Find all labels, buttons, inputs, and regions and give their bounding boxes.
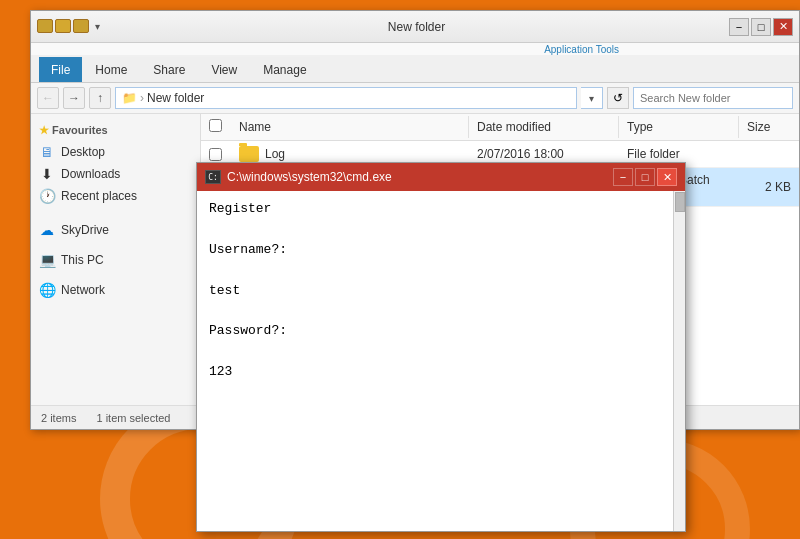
favourites-section: ★ Favourites 🖥 Desktop ⬇ Downloads 🕐 Rec… (31, 120, 200, 207)
sidebar-item-recent[interactable]: 🕐 Recent places (31, 185, 200, 207)
ribbon-tab-share[interactable]: Share (140, 57, 198, 82)
selected-count: 1 item selected (96, 412, 170, 424)
explorer-maximize-button[interactable]: □ (751, 18, 771, 36)
cmd-line-5: test (209, 281, 673, 302)
items-count: 2 items (41, 412, 76, 424)
refresh-button[interactable]: ↺ (607, 87, 629, 109)
explorer-title: New folder (104, 20, 729, 34)
search-input[interactable] (633, 87, 793, 109)
explorer-window-controls: − □ ✕ (729, 18, 793, 36)
column-size[interactable]: Size (739, 116, 799, 138)
column-type[interactable]: Type (619, 116, 739, 138)
cmd-window: C: C:\windows\system32\cmd.exe − □ ✕ Reg… (196, 162, 686, 532)
cmd-scrollbar[interactable] (673, 191, 685, 531)
forward-button[interactable]: → (63, 87, 85, 109)
address-path[interactable]: 📁 › New folder (115, 87, 577, 109)
cmd-line-9: 123 (209, 362, 673, 383)
select-all-checkbox[interactable] (209, 119, 222, 132)
titlebar-left: ▾ (37, 19, 104, 34)
cmd-titlebar: C: C:\windows\system32\cmd.exe − □ ✕ (197, 163, 685, 191)
address-dropdown-button[interactable]: ▾ (581, 87, 603, 109)
header-checkbox[interactable] (201, 114, 231, 140)
cmd-line-4 (209, 261, 673, 281)
file-date-1: 2/07/2016 18:00 (469, 144, 619, 164)
cmd-app-icon: C: (205, 170, 221, 184)
title-icons: ▾ (37, 19, 104, 34)
file-type-1: File folder (619, 144, 739, 164)
cmd-line-1: Register (209, 199, 673, 220)
cmd-line-8 (209, 342, 673, 362)
title-icon-2 (55, 19, 71, 33)
file-size-2: 2 KB (739, 177, 799, 197)
ribbon-tab-view[interactable]: View (198, 57, 250, 82)
ribbon-tab-file[interactable]: File (39, 57, 82, 82)
title-icon-1 (37, 19, 53, 33)
cmd-window-controls: − □ ✕ (613, 168, 677, 186)
explorer-titlebar: ▾ New folder − □ ✕ (31, 11, 799, 43)
ribbon-tab-home[interactable]: Home (82, 57, 140, 82)
cmd-line-7: Password?: (209, 321, 673, 342)
recent-icon: 🕐 (39, 188, 55, 204)
title-dropdown-arrow[interactable]: ▾ (91, 19, 104, 34)
ribbon-tabs: File Home Share View Manage (31, 55, 799, 82)
sidebar-item-desktop[interactable]: 🖥 Desktop (31, 141, 200, 163)
sidebar: ★ Favourites 🖥 Desktop ⬇ Downloads 🕐 Rec… (31, 114, 201, 405)
address-icon: 📁 (122, 91, 137, 105)
cmd-line-3: Username?: (209, 240, 673, 261)
cmd-title-left: C: C:\windows\system32\cmd.exe (205, 170, 392, 184)
cmd-close-button[interactable]: ✕ (657, 168, 677, 186)
sidebar-item-network[interactable]: 🌐 Network (31, 279, 200, 301)
address-path-text: New folder (147, 91, 204, 105)
cmd-line-2 (209, 220, 673, 240)
title-icon-3 (73, 19, 89, 33)
sidebar-item-skydrive[interactable]: ☁ SkyDrive (31, 219, 200, 241)
downloads-icon: ⬇ (39, 166, 55, 182)
network-icon: 🌐 (39, 282, 55, 298)
sidebar-item-this-pc[interactable]: 💻 This PC (31, 249, 200, 271)
cmd-body: Register Username?: test Password?: 123 (197, 191, 685, 531)
skydrive-icon: ☁ (39, 222, 55, 238)
explorer-close-button[interactable]: ✕ (773, 18, 793, 36)
application-tools-label: Application Tools (31, 43, 799, 55)
folder-icon-1 (239, 146, 259, 162)
favourites-header: ★ Favourites (31, 120, 200, 141)
column-name[interactable]: Name (231, 116, 469, 138)
ribbon-tab-manage[interactable]: Manage (250, 57, 319, 82)
desktop-icon: 🖥 (39, 144, 55, 160)
column-headers: Name Date modified Type Size (201, 114, 799, 141)
cmd-line-6 (209, 301, 673, 321)
sidebar-item-downloads[interactable]: ⬇ Downloads (31, 163, 200, 185)
file-checkbox-1[interactable] (201, 146, 231, 163)
star-icon: ★ (39, 124, 49, 136)
up-button[interactable]: ↑ (89, 87, 111, 109)
cmd-minimize-button[interactable]: − (613, 168, 633, 186)
explorer-minimize-button[interactable]: − (729, 18, 749, 36)
cmd-maximize-button[interactable]: □ (635, 168, 655, 186)
file-size-1 (739, 151, 799, 157)
cmd-title-text: C:\windows\system32\cmd.exe (227, 170, 392, 184)
cmd-scroll-thumb[interactable] (675, 192, 685, 212)
address-bar: ← → ↑ 📁 › New folder ▾ ↺ (31, 83, 799, 114)
this-pc-icon: 💻 (39, 252, 55, 268)
file-1-checkbox[interactable] (209, 148, 222, 161)
ribbon: Application Tools File Home Share View M… (31, 43, 799, 83)
back-button[interactable]: ← (37, 87, 59, 109)
column-date[interactable]: Date modified (469, 116, 619, 138)
